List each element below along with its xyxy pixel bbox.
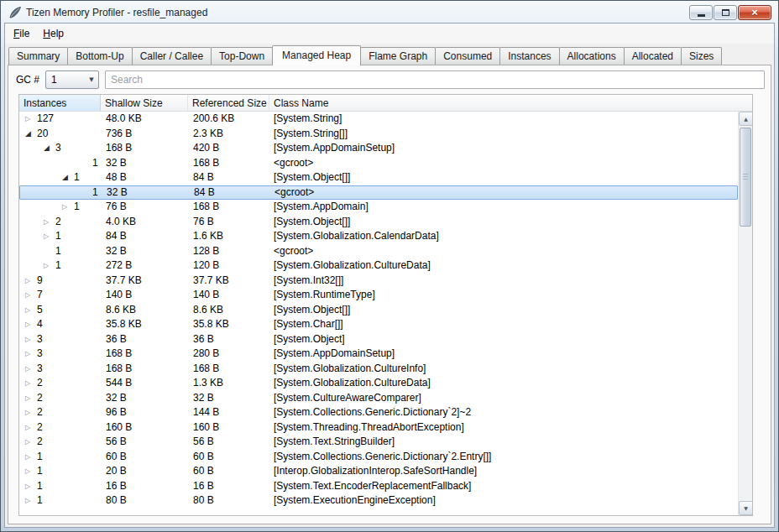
maximize-button[interactable]	[714, 5, 737, 20]
instances-cell: ▷1	[19, 258, 101, 274]
expand-arrow-icon[interactable]: ▷	[62, 200, 74, 215]
tab-summary[interactable]: Summary	[8, 47, 68, 65]
column-header-instances[interactable]: Instances	[19, 95, 101, 111]
expand-arrow-icon[interactable]: ▷	[25, 376, 37, 391]
shallow-size-cell: 84 B	[101, 229, 188, 244]
gc-number-combobox[interactable]: 1 ▼	[45, 70, 99, 89]
shallow-size-cell: 32 B	[101, 391, 188, 406]
tab-allocated[interactable]: Allocated	[624, 47, 682, 65]
tab-top-down[interactable]: Top-Down	[211, 47, 273, 65]
expand-arrow-icon[interactable]: ▷	[25, 405, 37, 420]
expand-arrow-icon[interactable]: ▷	[25, 317, 37, 332]
instances-cell: ▷1	[19, 464, 101, 479]
scroll-up-button[interactable]: ▲	[739, 112, 753, 126]
table-row[interactable]: ▷120 B60 B[Interop.GlobalizationInterop.…	[19, 464, 738, 479]
expand-arrow-icon[interactable]: ▷	[25, 332, 37, 347]
minimize-button[interactable]	[689, 5, 713, 20]
class-name-cell: [System.Globalization.CultureData]	[269, 376, 738, 391]
table-row[interactable]: ▷1272 B120 B[System.Globalization.Cultur…	[19, 258, 738, 274]
scrollbar-thumb[interactable]	[740, 128, 751, 227]
expand-arrow-icon[interactable]: ▷	[25, 435, 37, 450]
expand-arrow-icon[interactable]: ▷	[25, 347, 37, 362]
collapse-arrow-icon[interactable]: ◢	[25, 127, 37, 142]
column-header-class-name[interactable]: Class Name	[269, 95, 752, 111]
shallow-size-cell: 736 B	[101, 127, 188, 142]
menu-bar: FileHelp	[5, 23, 774, 44]
table-row[interactable]: ▷7140 B140 B[System.RuntimeType]	[19, 288, 738, 303]
title-bar[interactable]: Tizen Memory Profiler - resfile_managed …	[4, 3, 775, 23]
instances-value: 3	[37, 347, 43, 362]
table-row[interactable]: ▷2160 B160 B[System.Threading.ThreadAbor…	[19, 420, 738, 436]
table-row[interactable]: ▷116 B16 B[System.Text.EncoderReplacemen…	[19, 479, 738, 494]
table-row[interactable]: ▷296 B144 B[System.Collections.Generic.D…	[19, 405, 738, 420]
tab-managed-heap[interactable]: Managed Heap	[272, 45, 361, 65]
table-row[interactable]: ▷336 B36 B[System.Object]	[19, 332, 738, 347]
shallow-size-cell: 56 B	[101, 435, 188, 450]
table-row[interactable]: ◢3168 B420 B[System.AppDomainSetup]	[19, 141, 738, 156]
expand-arrow-icon[interactable]: ▷	[44, 215, 55, 230]
search-input[interactable]	[105, 70, 765, 89]
shallow-size-cell: 60 B	[101, 450, 188, 465]
menu-file[interactable]: File	[7, 24, 36, 43]
tab-allocations[interactable]: Allocations	[559, 47, 625, 65]
table-row[interactable]: ▷160 B60 B[System.Collections.Generic.Di…	[19, 450, 738, 465]
expand-arrow-icon[interactable]: ▷	[44, 229, 55, 244]
scroll-down-button[interactable]: ▼	[739, 501, 753, 515]
table-row[interactable]: ▷256 B56 B[System.Text.StringBuilder]	[19, 435, 738, 450]
instances-value: 1	[37, 464, 43, 479]
table-row[interactable]: ▷232 B32 B[System.CultureAwareComparer]	[19, 391, 738, 406]
tab-consumed[interactable]: Consumed	[435, 47, 500, 65]
menu-help[interactable]: Help	[36, 24, 71, 43]
expand-arrow-icon[interactable]: ▷	[25, 288, 37, 303]
gc-number-value: 1	[46, 74, 85, 86]
instances-value: 2	[37, 391, 43, 406]
close-button[interactable]: ×	[738, 5, 771, 20]
tab-bottom-up[interactable]: Bottom-Up	[67, 47, 132, 65]
table-row[interactable]: ▷12748.0 KB200.6 KB[System.String]	[19, 112, 738, 127]
expand-arrow-icon[interactable]: ▷	[44, 258, 55, 274]
table-row[interactable]: ▷58.6 KB8.6 KB[System.Object[]]	[19, 303, 738, 318]
table-row[interactable]: ▷3168 B280 B[System.AppDomainSetup]	[19, 347, 738, 362]
expand-arrow-icon[interactable]: ▷	[25, 420, 37, 436]
collapse-arrow-icon[interactable]: ◢	[44, 141, 55, 156]
tab-instances[interactable]: Instances	[499, 47, 559, 65]
expand-arrow-icon[interactable]: ▷	[25, 362, 37, 377]
tab-flame-graph[interactable]: Flame Graph	[360, 47, 436, 65]
expand-arrow-icon[interactable]: ▷	[25, 274, 37, 289]
expand-arrow-icon[interactable]: ▷	[25, 493, 37, 509]
vertical-scrollbar[interactable]: ▲ ▼	[738, 112, 752, 515]
expand-arrow-icon[interactable]: ▷	[25, 112, 37, 127]
tab-caller-callee[interactable]: Caller / Callee	[132, 47, 212, 65]
instances-value: 1	[37, 493, 43, 509]
expand-arrow-icon[interactable]: ▷	[25, 479, 37, 494]
tab-sizes[interactable]: Sizes	[681, 47, 722, 65]
referenced-size-cell: 128 B	[188, 244, 269, 259]
expand-arrow-icon[interactable]: ▷	[25, 464, 37, 479]
shallow-size-cell: 544 B	[101, 376, 188, 391]
table-row[interactable]: ▷180 B80 B[System.ExecutionEngineExcepti…	[19, 493, 738, 509]
class-name-cell: [System.Object[]]	[269, 170, 738, 185]
expand-arrow-icon[interactable]: ▷	[25, 303, 37, 318]
table-row[interactable]: 132 B168 B<gcroot>	[19, 156, 738, 171]
table-row[interactable]: ◢20736 B2.3 KB[System.String[]]	[19, 127, 738, 142]
table-row[interactable]: ▷937.7 KB37.7 KB[System.Int32[]]	[19, 274, 738, 289]
expand-arrow-icon[interactable]: ▷	[25, 450, 37, 465]
table-row[interactable]: ◢148 B84 B[System.Object[]]	[19, 170, 738, 185]
instances-value: 3	[37, 332, 43, 347]
table-row[interactable]: ▷184 B1.6 KB[System.Globalization.Calend…	[19, 229, 738, 244]
collapse-arrow-icon[interactable]: ◢	[62, 170, 74, 185]
table-row[interactable]: 132 B84 B<gcroot>	[19, 185, 738, 201]
instances-cell: ◢1	[19, 170, 101, 185]
table-row[interactable]: ▷176 B168 B[System.AppDomain]	[19, 200, 738, 215]
column-header-shallow-size[interactable]: Shallow Size	[101, 95, 188, 111]
table-row[interactable]: ▷24.0 KB76 B[System.Object[]]	[19, 215, 738, 230]
expand-arrow-icon[interactable]: ▷	[25, 391, 37, 406]
table-row[interactable]: 132 B128 B<gcroot>	[19, 244, 738, 259]
table-row[interactable]: ▷435.8 KB35.8 KB[System.Char[]]	[19, 317, 738, 332]
instances-cell: ▷1	[19, 493, 101, 509]
instances-cell: ▷5	[19, 303, 101, 318]
column-header-referenced-size[interactable]: Referenced Size	[188, 95, 269, 111]
class-name-cell: [System.Collections.Generic.Dictionary`2…	[269, 405, 738, 420]
table-row[interactable]: ▷3168 B168 B[System.Globalization.Cultur…	[19, 362, 738, 377]
table-row[interactable]: ▷2544 B1.3 KB[System.Globalization.Cultu…	[19, 376, 738, 391]
